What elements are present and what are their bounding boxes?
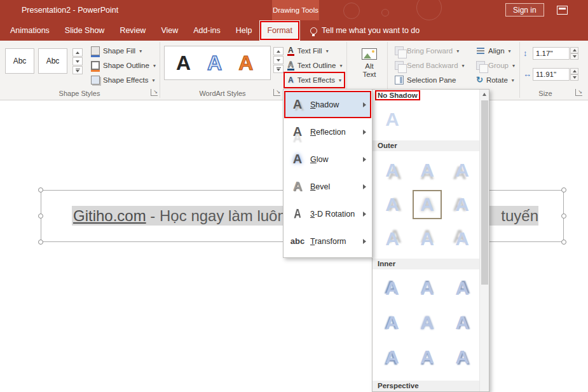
shape-styles-dialog-launcher[interactable] bbox=[151, 89, 158, 96]
send-backward-button[interactable]: Send Backward bbox=[393, 59, 467, 72]
align-icon bbox=[476, 46, 485, 55]
reflection-effect-icon: A bbox=[287, 125, 308, 139]
align-button[interactable]: Align bbox=[474, 44, 513, 57]
shadow-thumb-inner-top-right[interactable]: A bbox=[448, 274, 477, 303]
alt-text-button[interactable]: Alt Text bbox=[353, 44, 385, 83]
bring-forward-button[interactable]: Bring Forward bbox=[393, 44, 461, 57]
slide-text-left[interactable]: Gitiho.com - Học ngay làm luôn bbox=[73, 206, 286, 226]
shape-width-input[interactable] bbox=[533, 68, 570, 81]
rotate-button[interactable]: ↻ Rotate bbox=[474, 74, 516, 86]
height-spin-up[interactable] bbox=[570, 47, 578, 53]
shape-styles-gallery-arrows bbox=[72, 48, 83, 74]
menu-item-glow[interactable]: A Glow bbox=[284, 145, 371, 173]
shadow-thumb-inner-bottom-left[interactable]: A bbox=[378, 342, 407, 372]
menu-item-shadow[interactable]: A Shadow bbox=[284, 91, 371, 118]
shadow-thumb-inner-left[interactable]: A bbox=[378, 308, 407, 337]
shadow-thumb-outer-bottom-right[interactable]: A bbox=[378, 156, 407, 185]
text-outline-button[interactable]: A Text Outline bbox=[285, 59, 344, 72]
shape-style-preset-1[interactable]: Abc bbox=[5, 48, 34, 74]
ribbon-display-options-icon[interactable] bbox=[557, 6, 568, 15]
shadow-thumb-no-shadow[interactable]: A bbox=[378, 105, 407, 134]
shadow-thumb-outer-center[interactable]: A bbox=[413, 190, 442, 219]
shape-effects-button[interactable]: Shape Effects bbox=[89, 74, 156, 86]
submenu-arrow-icon bbox=[363, 212, 368, 217]
gallery-down-arrow[interactable] bbox=[72, 57, 83, 65]
wordart-sample-2[interactable]: A bbox=[207, 53, 222, 73]
group-separator bbox=[160, 42, 160, 98]
shadow-thumb-inner-bottom[interactable]: A bbox=[413, 342, 442, 372]
tab-format[interactable]: Format bbox=[259, 20, 300, 41]
selection-pane-button[interactable]: Selection Pane bbox=[393, 74, 458, 86]
group-label-shape-styles: Shape Styles bbox=[32, 90, 127, 97]
shape-fill-button[interactable]: Shape Fill bbox=[89, 44, 144, 57]
shadow-thumb-outer-top-left[interactable]: A bbox=[448, 224, 477, 253]
slide-text-link[interactable]: Gitiho.com bbox=[73, 207, 146, 224]
tab-slide-show[interactable]: Slide Show bbox=[57, 20, 113, 41]
gallery-up-arrow[interactable] bbox=[273, 47, 284, 55]
menu-item-bevel[interactable]: A Bevel bbox=[284, 173, 371, 200]
group-button[interactable]: Group bbox=[474, 59, 517, 72]
group-label-wordart-styles: WordArt Styles bbox=[184, 90, 261, 97]
bring-forward-icon bbox=[395, 46, 404, 55]
shadow-thumb-outer-left[interactable]: A bbox=[448, 190, 477, 219]
text-effects-button[interactable]: A Text Effects bbox=[285, 74, 343, 86]
height-spin-down[interactable] bbox=[570, 53, 578, 60]
resize-handle-middle-right[interactable] bbox=[561, 213, 566, 219]
lightbulb-icon bbox=[310, 27, 317, 34]
menu-item-reflection[interactable]: A Reflection bbox=[284, 118, 371, 145]
shape-outline-button[interactable]: Shape Outline bbox=[89, 59, 158, 72]
gallery-more-arrow[interactable] bbox=[72, 66, 83, 74]
menu-item-3d-rotation[interactable]: A 3-D Rotation bbox=[284, 200, 371, 227]
powerpoint-window: Presentation2 - PowerPoint Drawing Tools… bbox=[0, 0, 588, 392]
tab-animations[interactable]: Animations bbox=[3, 20, 57, 41]
titlebar: Presentation2 - PowerPoint Drawing Tools… bbox=[0, 0, 588, 20]
shape-height-input[interactable] bbox=[533, 47, 570, 60]
shadow-thumb-outer-top-right[interactable]: A bbox=[378, 224, 407, 253]
text-fill-button[interactable]: A Text Fill bbox=[285, 44, 331, 57]
ribbon-tab-bar: Animations Slide Show Review View Add-in… bbox=[0, 20, 588, 41]
resize-handle-top-right[interactable] bbox=[561, 187, 566, 193]
shape-style-preset-2[interactable]: Abc bbox=[38, 48, 67, 74]
wordart-styles-gallery[interactable]: A A A bbox=[164, 46, 271, 80]
gallery-scrollbar[interactable] bbox=[479, 90, 489, 391]
contextual-tab-group-label: Drawing Tools bbox=[272, 0, 319, 20]
gallery-more-arrow[interactable] bbox=[273, 65, 284, 73]
tell-me-box[interactable]: Tell me what you want to do bbox=[310, 20, 420, 41]
resize-handle-bottom-right[interactable] bbox=[561, 240, 566, 245]
shadow-thumb-inner-bottom-right[interactable]: A bbox=[448, 342, 477, 372]
shadow-thumb-outer-bottom[interactable]: A bbox=[413, 156, 442, 185]
shadow-thumb-inner-center[interactable]: A bbox=[413, 308, 442, 337]
width-spin-down[interactable] bbox=[570, 74, 578, 81]
gallery-header-outer: Outer bbox=[373, 140, 480, 151]
gallery-up-arrow[interactable] bbox=[72, 48, 83, 57]
size-dialog-launcher[interactable] bbox=[575, 89, 582, 96]
wordart-sample-3[interactable]: A bbox=[238, 53, 253, 73]
shadow-thumb-inner-top-left[interactable]: A bbox=[378, 274, 407, 303]
gallery-down-arrow[interactable] bbox=[273, 56, 284, 64]
width-spinner bbox=[570, 68, 578, 81]
submenu-arrow-icon bbox=[363, 130, 368, 135]
text-outline-icon: A bbox=[287, 61, 294, 71]
wordart-styles-dialog-launcher[interactable] bbox=[273, 89, 280, 96]
resize-handle-middle-left[interactable] bbox=[38, 213, 43, 219]
tab-review[interactable]: Review bbox=[112, 20, 153, 41]
wordart-sample-1[interactable]: A bbox=[176, 53, 191, 73]
tab-add-ins[interactable]: Add-ins bbox=[186, 20, 228, 41]
shadow-thumb-inner-top[interactable]: A bbox=[413, 274, 442, 303]
width-spin-up[interactable] bbox=[570, 68, 578, 74]
resize-handle-bottom-left[interactable] bbox=[38, 240, 43, 245]
shadow-thumb-outer-right[interactable]: A bbox=[378, 190, 407, 219]
tell-me-label: Tell me what you want to do bbox=[322, 26, 420, 35]
resize-handle-top-left[interactable] bbox=[38, 187, 43, 193]
shadow-thumb-outer-top[interactable]: A bbox=[413, 224, 442, 253]
tab-view[interactable]: View bbox=[153, 20, 186, 41]
scrollbar-up-button[interactable] bbox=[480, 90, 489, 99]
shadow-thumb-inner-right[interactable]: A bbox=[448, 308, 477, 337]
menu-item-transform[interactable]: abc Transform bbox=[284, 227, 371, 255]
tab-help[interactable]: Help bbox=[228, 20, 260, 41]
scrollbar-thumb[interactable] bbox=[481, 100, 488, 285]
submenu-arrow-icon bbox=[363, 102, 368, 107]
shadow-thumb-outer-bottom-left[interactable]: A bbox=[448, 156, 477, 185]
rotate-icon: ↻ bbox=[476, 76, 483, 84]
sign-in-button[interactable]: Sign in bbox=[505, 3, 544, 17]
